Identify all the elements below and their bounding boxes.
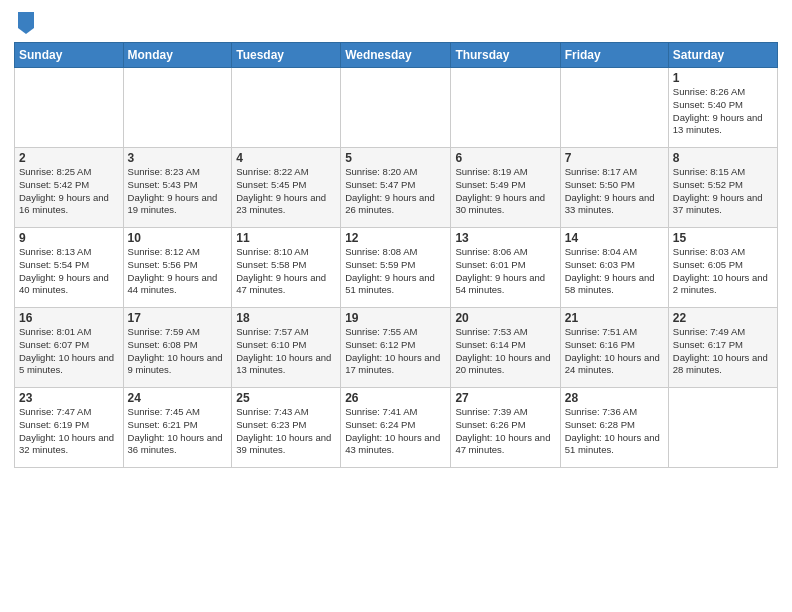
day-number: 15 [673, 231, 773, 245]
day-number: 7 [565, 151, 664, 165]
calendar-cell: 9Sunrise: 8:13 AM Sunset: 5:54 PM Daylig… [15, 228, 124, 308]
calendar-cell: 18Sunrise: 7:57 AM Sunset: 6:10 PM Dayli… [232, 308, 341, 388]
day-number: 26 [345, 391, 446, 405]
day-number: 22 [673, 311, 773, 325]
calendar-cell: 24Sunrise: 7:45 AM Sunset: 6:21 PM Dayli… [123, 388, 232, 468]
day-info: Sunrise: 7:39 AM Sunset: 6:26 PM Dayligh… [455, 406, 555, 457]
calendar-cell [451, 68, 560, 148]
calendar-cell: 25Sunrise: 7:43 AM Sunset: 6:23 PM Dayli… [232, 388, 341, 468]
day-number: 25 [236, 391, 336, 405]
day-number: 3 [128, 151, 228, 165]
day-info: Sunrise: 8:12 AM Sunset: 5:56 PM Dayligh… [128, 246, 228, 297]
day-number: 18 [236, 311, 336, 325]
calendar-cell [668, 388, 777, 468]
day-number: 28 [565, 391, 664, 405]
calendar-week-2: 9Sunrise: 8:13 AM Sunset: 5:54 PM Daylig… [15, 228, 778, 308]
day-number: 23 [19, 391, 119, 405]
calendar-cell: 7Sunrise: 8:17 AM Sunset: 5:50 PM Daylig… [560, 148, 668, 228]
day-number: 5 [345, 151, 446, 165]
logo [14, 10, 38, 34]
day-number: 16 [19, 311, 119, 325]
day-header-saturday: Saturday [668, 43, 777, 68]
header [14, 10, 778, 34]
calendar-cell [15, 68, 124, 148]
day-info: Sunrise: 8:17 AM Sunset: 5:50 PM Dayligh… [565, 166, 664, 217]
day-number: 4 [236, 151, 336, 165]
day-header-thursday: Thursday [451, 43, 560, 68]
day-info: Sunrise: 8:22 AM Sunset: 5:45 PM Dayligh… [236, 166, 336, 217]
logo-icon [16, 10, 36, 34]
calendar-cell: 5Sunrise: 8:20 AM Sunset: 5:47 PM Daylig… [341, 148, 451, 228]
day-header-tuesday: Tuesday [232, 43, 341, 68]
day-info: Sunrise: 8:20 AM Sunset: 5:47 PM Dayligh… [345, 166, 446, 217]
calendar: SundayMondayTuesdayWednesdayThursdayFrid… [14, 42, 778, 468]
calendar-cell: 16Sunrise: 8:01 AM Sunset: 6:07 PM Dayli… [15, 308, 124, 388]
day-info: Sunrise: 7:59 AM Sunset: 6:08 PM Dayligh… [128, 326, 228, 377]
day-header-monday: Monday [123, 43, 232, 68]
day-info: Sunrise: 8:04 AM Sunset: 6:03 PM Dayligh… [565, 246, 664, 297]
day-number: 13 [455, 231, 555, 245]
calendar-cell [123, 68, 232, 148]
day-info: Sunrise: 8:08 AM Sunset: 5:59 PM Dayligh… [345, 246, 446, 297]
calendar-cell: 6Sunrise: 8:19 AM Sunset: 5:49 PM Daylig… [451, 148, 560, 228]
day-info: Sunrise: 7:51 AM Sunset: 6:16 PM Dayligh… [565, 326, 664, 377]
day-info: Sunrise: 8:10 AM Sunset: 5:58 PM Dayligh… [236, 246, 336, 297]
calendar-cell: 27Sunrise: 7:39 AM Sunset: 6:26 PM Dayli… [451, 388, 560, 468]
calendar-cell: 11Sunrise: 8:10 AM Sunset: 5:58 PM Dayli… [232, 228, 341, 308]
calendar-cell: 28Sunrise: 7:36 AM Sunset: 6:28 PM Dayli… [560, 388, 668, 468]
calendar-cell: 22Sunrise: 7:49 AM Sunset: 6:17 PM Dayli… [668, 308, 777, 388]
day-number: 17 [128, 311, 228, 325]
calendar-cell: 10Sunrise: 8:12 AM Sunset: 5:56 PM Dayli… [123, 228, 232, 308]
day-number: 9 [19, 231, 119, 245]
day-header-sunday: Sunday [15, 43, 124, 68]
day-number: 8 [673, 151, 773, 165]
day-info: Sunrise: 7:55 AM Sunset: 6:12 PM Dayligh… [345, 326, 446, 377]
day-info: Sunrise: 7:47 AM Sunset: 6:19 PM Dayligh… [19, 406, 119, 457]
calendar-cell: 26Sunrise: 7:41 AM Sunset: 6:24 PM Dayli… [341, 388, 451, 468]
day-number: 21 [565, 311, 664, 325]
day-info: Sunrise: 7:43 AM Sunset: 6:23 PM Dayligh… [236, 406, 336, 457]
calendar-cell [341, 68, 451, 148]
calendar-cell: 12Sunrise: 8:08 AM Sunset: 5:59 PM Dayli… [341, 228, 451, 308]
calendar-cell: 23Sunrise: 7:47 AM Sunset: 6:19 PM Dayli… [15, 388, 124, 468]
day-info: Sunrise: 8:06 AM Sunset: 6:01 PM Dayligh… [455, 246, 555, 297]
day-number: 10 [128, 231, 228, 245]
day-info: Sunrise: 8:01 AM Sunset: 6:07 PM Dayligh… [19, 326, 119, 377]
calendar-week-0: 1Sunrise: 8:26 AM Sunset: 5:40 PM Daylig… [15, 68, 778, 148]
day-info: Sunrise: 7:45 AM Sunset: 6:21 PM Dayligh… [128, 406, 228, 457]
day-number: 27 [455, 391, 555, 405]
calendar-week-1: 2Sunrise: 8:25 AM Sunset: 5:42 PM Daylig… [15, 148, 778, 228]
calendar-cell: 15Sunrise: 8:03 AM Sunset: 6:05 PM Dayli… [668, 228, 777, 308]
calendar-cell [560, 68, 668, 148]
calendar-cell: 20Sunrise: 7:53 AM Sunset: 6:14 PM Dayli… [451, 308, 560, 388]
calendar-cell [232, 68, 341, 148]
page: SundayMondayTuesdayWednesdayThursdayFrid… [0, 0, 792, 612]
calendar-cell: 2Sunrise: 8:25 AM Sunset: 5:42 PM Daylig… [15, 148, 124, 228]
logo-text [14, 10, 38, 34]
day-number: 19 [345, 311, 446, 325]
day-info: Sunrise: 7:57 AM Sunset: 6:10 PM Dayligh… [236, 326, 336, 377]
day-header-friday: Friday [560, 43, 668, 68]
calendar-cell: 13Sunrise: 8:06 AM Sunset: 6:01 PM Dayli… [451, 228, 560, 308]
calendar-cell: 19Sunrise: 7:55 AM Sunset: 6:12 PM Dayli… [341, 308, 451, 388]
day-number: 11 [236, 231, 336, 245]
calendar-cell: 17Sunrise: 7:59 AM Sunset: 6:08 PM Dayli… [123, 308, 232, 388]
day-info: Sunrise: 8:15 AM Sunset: 5:52 PM Dayligh… [673, 166, 773, 217]
day-number: 2 [19, 151, 119, 165]
day-number: 12 [345, 231, 446, 245]
day-header-wednesday: Wednesday [341, 43, 451, 68]
day-number: 20 [455, 311, 555, 325]
day-info: Sunrise: 8:26 AM Sunset: 5:40 PM Dayligh… [673, 86, 773, 137]
day-info: Sunrise: 7:36 AM Sunset: 6:28 PM Dayligh… [565, 406, 664, 457]
calendar-cell: 3Sunrise: 8:23 AM Sunset: 5:43 PM Daylig… [123, 148, 232, 228]
day-info: Sunrise: 8:23 AM Sunset: 5:43 PM Dayligh… [128, 166, 228, 217]
calendar-cell: 8Sunrise: 8:15 AM Sunset: 5:52 PM Daylig… [668, 148, 777, 228]
day-number: 14 [565, 231, 664, 245]
day-number: 6 [455, 151, 555, 165]
day-info: Sunrise: 8:13 AM Sunset: 5:54 PM Dayligh… [19, 246, 119, 297]
day-info: Sunrise: 7:41 AM Sunset: 6:24 PM Dayligh… [345, 406, 446, 457]
day-info: Sunrise: 8:19 AM Sunset: 5:49 PM Dayligh… [455, 166, 555, 217]
calendar-cell: 21Sunrise: 7:51 AM Sunset: 6:16 PM Dayli… [560, 308, 668, 388]
day-info: Sunrise: 7:53 AM Sunset: 6:14 PM Dayligh… [455, 326, 555, 377]
day-number: 24 [128, 391, 228, 405]
